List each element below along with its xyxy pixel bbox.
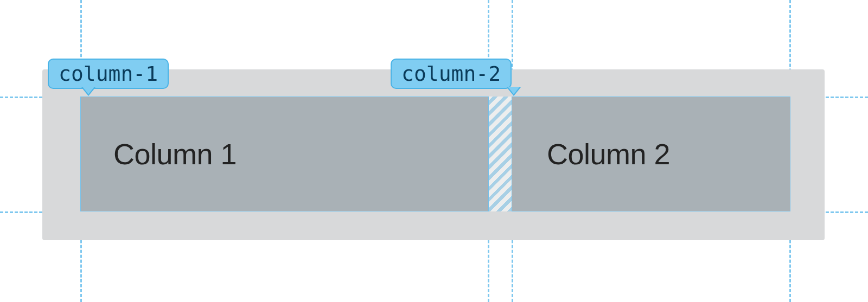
grid-column-2: Column 2	[512, 97, 790, 211]
grid-column-1: Column 1	[80, 97, 489, 211]
track-badge-column-1: column-1	[48, 59, 169, 89]
column-2-label: Column 2	[512, 97, 790, 211]
column-1-label: Column 1	[81, 97, 488, 211]
grid-column-gap	[489, 97, 512, 211]
track-badge-text: column-1	[59, 63, 158, 84]
track-badge-column-2: column-2	[391, 59, 512, 89]
track-badge-text: column-2	[401, 63, 501, 84]
